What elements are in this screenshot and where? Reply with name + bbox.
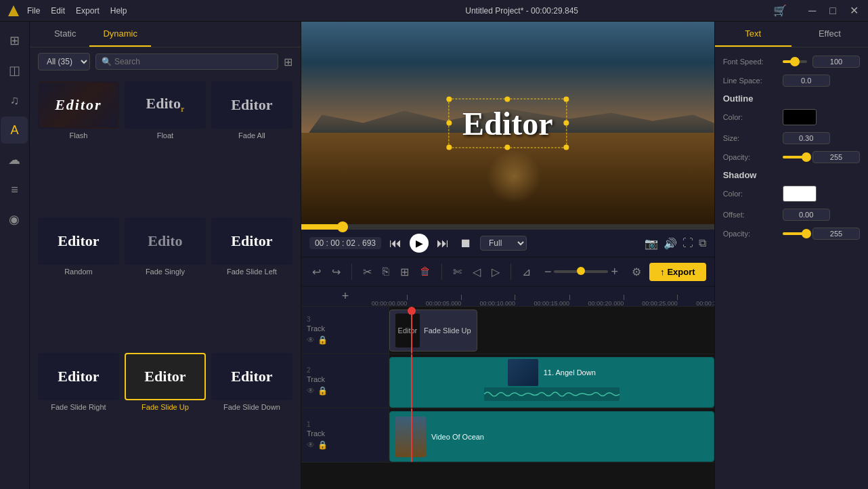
sidebar-icon-filter[interactable]: ≡: [1, 176, 28, 203]
add-track-button[interactable]: +: [335, 286, 355, 307]
minimize-button[interactable]: ─: [804, 3, 820, 18]
undo-button[interactable]: ↩: [309, 263, 324, 281]
marker-button[interactable]: ⊿: [519, 263, 534, 281]
template-fade-slide-left[interactable]: Editor Fade Slide Left: [211, 217, 292, 348]
handle-tl[interactable]: [446, 96, 452, 102]
skip-back-button[interactable]: ⏮: [387, 235, 404, 252]
sidebar-icon-sticker[interactable]: ◉: [1, 206, 28, 233]
tab-static[interactable]: Static: [41, 22, 90, 47]
maximize-button[interactable]: □: [825, 3, 840, 18]
font-speed-thumb[interactable]: [790, 57, 800, 66]
template-fade-singly[interactable]: Edito Fade Singly: [125, 217, 206, 348]
template-flash[interactable]: Editor Flash: [38, 81, 119, 212]
shadow-color-label: Color:: [723, 190, 777, 198]
duplicate-button[interactable]: ⊞: [397, 263, 412, 281]
track-visibility-icon-3[interactable]: 👁: [307, 335, 315, 345]
template-float[interactable]: Editor Float: [125, 81, 206, 212]
zoom-out-button[interactable]: −: [544, 265, 552, 279]
timeline-wrapper: + 00:00:00.000 00:00:05.000 00:00:10.000…: [301, 286, 714, 489]
outline-color-swatch[interactable]: [783, 109, 817, 125]
zoom-slider-thumb[interactable]: [577, 267, 585, 275]
menu-export[interactable]: Export: [76, 6, 100, 16]
preview-text-overlay[interactable]: Editor: [448, 98, 567, 148]
handle-tm[interactable]: [505, 96, 511, 102]
export-button[interactable]: ↑ Export: [649, 263, 706, 281]
grid-toggle-icon[interactable]: ⊞: [284, 56, 292, 68]
track-visibility-icon-1[interactable]: 👁: [307, 440, 315, 450]
template-label-fade-all: Fade All: [238, 131, 265, 140]
template-label-fade-slide-down: Fade Slide Down: [223, 403, 280, 411]
sidebar-icon-effects[interactable]: ☁: [1, 146, 28, 173]
shadow-color-swatch[interactable]: [783, 186, 817, 202]
menu-file[interactable]: File: [27, 6, 40, 16]
template-fade-slide-right[interactable]: Editor Fade Slide Right: [38, 353, 119, 484]
delete-button[interactable]: 🗑: [417, 263, 433, 280]
template-label-fade-singly: Fade Singly: [146, 268, 185, 276]
tab-dynamic[interactable]: Dynamic: [89, 22, 151, 47]
filter-select[interactable]: All (35) Flash Float Fade: [38, 53, 90, 70]
search-input[interactable]: [114, 57, 272, 66]
template-fade-all[interactable]: Editor Fade All: [211, 81, 292, 212]
scrubber-thumb[interactable]: [337, 221, 348, 232]
handle-ml[interactable]: [446, 121, 452, 126]
handle-mr[interactable]: [563, 121, 569, 126]
settings-button[interactable]: ⚙: [629, 263, 644, 281]
template-text-fade-slide-right: Editor: [58, 368, 99, 385]
clip-angel-down[interactable]: 11. Angel Down: [389, 357, 714, 408]
volume-icon[interactable]: 🔊: [664, 237, 677, 250]
template-random[interactable]: Editor Random: [38, 217, 119, 348]
stop-button[interactable]: ⏹: [457, 235, 475, 252]
track-visibility-icon-2[interactable]: 👁: [307, 386, 315, 396]
shadow-opacity-slider[interactable]: [783, 232, 807, 235]
zoom-in-button[interactable]: +: [611, 265, 618, 279]
font-speed-slider[interactable]: [783, 60, 807, 63]
clip-ocean[interactable]: Video Of Ocean: [389, 411, 714, 462]
track-lock-icon-3[interactable]: 🔒: [318, 335, 328, 345]
template-thumb-float: Editor: [125, 81, 206, 129]
play-button[interactable]: ▶: [410, 234, 429, 253]
sidebar-icon-text[interactable]: A: [1, 116, 28, 144]
right-panel-content: Font Speed: 100 Line Space: 0.0 Outline …: [715, 47, 868, 489]
ruler-mark-2: 00:00:10.000: [498, 295, 534, 307]
copy-button[interactable]: ⎘: [380, 263, 392, 280]
split-icon[interactable]: ⧉: [699, 237, 706, 250]
close-button[interactable]: ✕: [846, 3, 863, 18]
line-space-row: Line Space: 0.0: [723, 75, 860, 87]
tab-effect[interactable]: Effect: [791, 22, 868, 47]
app-logo: [5, 3, 22, 19]
next-frame-button[interactable]: ▷: [489, 263, 502, 281]
cut-button[interactable]: ✄: [450, 263, 464, 281]
outline-opacity-slider[interactable]: [783, 156, 807, 158]
clip-text-fade-slide-up[interactable]: Editor Fade Slide Up: [389, 310, 477, 352]
handle-bl[interactable]: [446, 144, 452, 150]
skip-forward-button[interactable]: ⏭: [434, 235, 452, 252]
sidebar-icon-audio[interactable]: ♫: [1, 87, 28, 114]
track-lock-icon-1[interactable]: 🔒: [318, 440, 328, 450]
handle-bm[interactable]: [505, 144, 511, 150]
trim-button[interactable]: ✂: [360, 263, 374, 281]
outline-size-value: 0.30: [783, 132, 830, 144]
template-fade-slide-up[interactable]: Editor Fade Slide Up: [125, 353, 206, 484]
zoom-select[interactable]: Full 50% 75% 100%: [480, 236, 527, 251]
menu-bar: File Edit Export Help: [27, 6, 274, 16]
screenshot-icon[interactable]: 📷: [645, 237, 658, 250]
sidebar-icon-media[interactable]: ⊞: [1, 27, 28, 54]
tab-text[interactable]: Text: [715, 22, 791, 47]
scrubber-bar[interactable]: [301, 224, 714, 230]
cart-icon[interactable]: 🛒: [769, 3, 791, 18]
zoom-slider[interactable]: [554, 270, 608, 273]
shadow-opacity-thumb[interactable]: [802, 229, 811, 238]
track-lock-icon-2[interactable]: 🔒: [318, 386, 328, 396]
template-thumb-fade-singly: Edito: [125, 217, 206, 265]
template-fade-slide-down[interactable]: Editor Fade Slide Down: [211, 353, 292, 484]
toolbar-sep-3: [511, 263, 511, 280]
menu-edit[interactable]: Edit: [51, 6, 65, 16]
prev-frame-button[interactable]: ◁: [470, 263, 483, 281]
outline-opacity-thumb[interactable]: [802, 152, 811, 162]
template-thumb-fade-slide-down: Editor: [211, 353, 292, 400]
redo-button[interactable]: ↪: [329, 263, 343, 281]
template-thumb-fade-slide-left: Editor: [211, 217, 292, 265]
fullscreen-icon[interactable]: ⛶: [682, 237, 693, 250]
sidebar-icon-layers[interactable]: ◫: [1, 57, 28, 84]
menu-help[interactable]: Help: [110, 6, 127, 16]
